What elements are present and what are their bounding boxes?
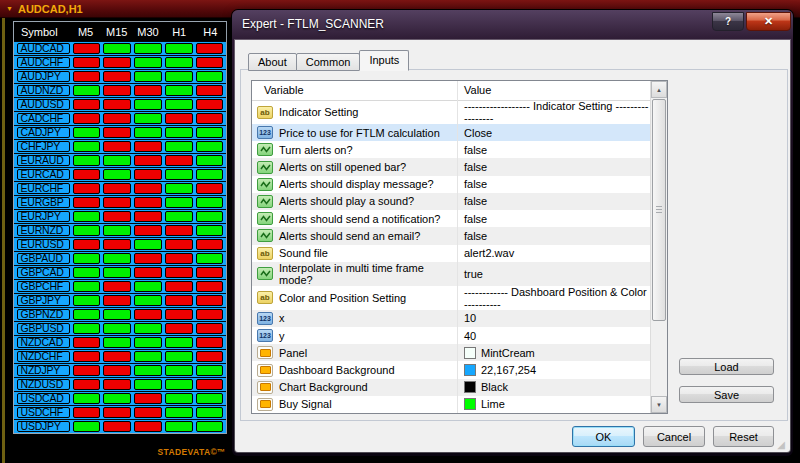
param-variable-cell: 123Price to use for FTLM calculation <box>252 124 458 141</box>
ok-button[interactable]: OK <box>572 426 635 447</box>
tab-about[interactable]: About <box>248 53 297 71</box>
param-row[interactable]: abColor and Position Setting------------… <box>252 286 650 310</box>
buy-signal-cell <box>103 337 131 348</box>
param-row[interactable]: 123Price to use for FTLM calculationClos… <box>252 124 650 141</box>
param-value-cell[interactable]: Lime <box>458 398 650 410</box>
tab-common[interactable]: Common <box>296 53 361 71</box>
sell-signal-cell <box>103 113 131 124</box>
buy-signal-cell <box>73 295 101 306</box>
color-swatch <box>464 364 476 376</box>
param-value-cell[interactable]: false <box>458 195 650 207</box>
param-row[interactable]: Buy SignalLime <box>252 396 650 413</box>
buy-signal-cell <box>73 323 101 334</box>
dashboard-row-eurnzd: EURNZD <box>14 223 226 237</box>
buy-signal-cell <box>196 127 224 138</box>
load-button[interactable]: Load <box>679 358 774 375</box>
buy-signal-cell <box>103 309 131 320</box>
color-type-icon <box>257 398 273 411</box>
param-value-cell[interactable]: ------------ Dashboard Position & Color … <box>458 286 650 310</box>
param-row[interactable]: Alerts should send a notification?false <box>252 210 650 227</box>
param-row[interactable]: Alerts should play a sound?false <box>252 193 650 210</box>
param-value-cell[interactable]: true <box>458 268 650 280</box>
param-row[interactable]: abSound filealert2.wav <box>252 245 650 262</box>
dashboard-column-symbol: Symbol <box>14 26 70 38</box>
param-value-cell[interactable]: 40 <box>458 330 650 342</box>
param-row[interactable]: Dashboard Background22,167,254 <box>252 361 650 378</box>
help-button[interactable]: ? <box>712 12 744 31</box>
param-variable-cell: Alerts should send a notification? <box>252 210 458 227</box>
param-row[interactable]: Alerts should send an email?false <box>252 227 650 244</box>
reset-button[interactable]: Reset <box>713 426 774 447</box>
param-row[interactable]: Alerts on still opened bar?false <box>252 158 650 175</box>
color-param-glyph <box>260 400 271 408</box>
buy-signal-cell <box>73 85 101 96</box>
param-value-cell[interactable]: 22,167,254 <box>458 364 650 376</box>
symbol-cell: EURGBP <box>17 197 70 208</box>
param-row[interactable]: 123y40 <box>252 327 650 344</box>
sell-signal-cell <box>165 323 193 334</box>
buy-signal-cell <box>73 253 101 264</box>
sell-signal-cell <box>103 365 131 376</box>
chart-dropdown-icon[interactable]: ▼ <box>6 5 13 12</box>
buy-signal-cell <box>134 337 162 348</box>
symbol-cell: USDCHF <box>17 407 70 418</box>
sell-signal-cell <box>103 85 131 96</box>
buy-signal-cell <box>73 155 101 166</box>
save-button[interactable]: Save <box>679 386 774 403</box>
buy-signal-cell <box>165 141 193 152</box>
param-value-cell[interactable]: ------------------ Indicator Setting ---… <box>458 100 650 124</box>
buy-signal-cell <box>165 71 193 82</box>
param-row[interactable]: Interpolate in multi time frame mode?tru… <box>252 262 650 286</box>
sell-signal-cell <box>196 267 224 278</box>
buy-signal-cell <box>196 253 224 264</box>
buy-signal-cell <box>134 295 162 306</box>
param-row[interactable]: abIndicator Setting------------------ In… <box>252 100 650 124</box>
sell-signal-cell <box>134 393 162 404</box>
param-value-cell[interactable]: false <box>458 230 650 242</box>
symbol-cell: CHFJPY <box>17 141 70 152</box>
integer-type-icon: 123 <box>257 329 273 342</box>
buy-signal-cell <box>196 365 224 376</box>
chart-title: AUDCAD,H1 <box>18 3 83 15</box>
dialog-title[interactable]: Expert - FTLM_SCANNER <box>242 17 384 31</box>
param-rows: abIndicator Setting------------------ In… <box>252 100 650 413</box>
close-icon[interactable]: ✕ <box>746 12 791 31</box>
param-variable-cell: Panel <box>252 344 458 361</box>
param-name: Color and Position Setting <box>279 292 406 304</box>
sell-signal-cell <box>73 365 101 376</box>
sell-signal-cell <box>134 141 162 152</box>
tab-inputs[interactable]: Inputs <box>359 50 409 71</box>
sell-signal-cell <box>134 211 162 222</box>
param-value-cell[interactable]: Black <box>458 381 650 393</box>
dashboard-column-h1: H1 <box>164 26 195 38</box>
param-value-cell[interactable]: false <box>458 213 650 225</box>
resize-grip[interactable]: ◢ <box>777 439 785 450</box>
sell-signal-cell <box>73 99 101 110</box>
param-row[interactable]: Turn alerts on?false <box>252 141 650 158</box>
buy-signal-cell <box>73 309 101 320</box>
param-value-cell[interactable]: Close <box>458 127 650 139</box>
param-value-cell[interactable]: alert2.wav <box>458 247 650 259</box>
param-name: Buy Signal <box>279 398 332 410</box>
param-value-cell[interactable]: false <box>458 178 650 190</box>
param-value-cell[interactable]: 10 <box>458 312 650 324</box>
param-value-cell[interactable]: MintCream <box>458 347 650 359</box>
scroll-up-icon[interactable]: ▲ <box>651 81 667 98</box>
param-row[interactable]: PanelMintCream <box>252 344 650 361</box>
sell-signal-cell <box>103 183 131 194</box>
param-value-cell[interactable]: false <box>458 144 650 156</box>
param-value: Lime <box>481 398 505 410</box>
param-row[interactable]: Chart BackgroundBlack <box>252 379 650 396</box>
cancel-button[interactable]: Cancel <box>643 426 705 447</box>
sell-signal-cell <box>196 85 224 96</box>
color-swatch <box>464 347 476 359</box>
scanner-dashboard: SymbolM5M15M30H1H4 AUDCADAUDCHFAUDJPYAUD… <box>13 21 227 434</box>
param-row[interactable]: Alerts should display message?false <box>252 176 650 193</box>
param-row[interactable]: 123x10 <box>252 310 650 327</box>
sell-signal-cell <box>103 407 131 418</box>
scrollbar-thumb[interactable] <box>652 99 666 321</box>
vertical-scrollbar[interactable]: ▲ ▼ <box>650 81 667 413</box>
scroll-down-icon[interactable]: ▼ <box>651 396 667 413</box>
symbol-cell: AUDCAD <box>17 43 70 54</box>
param-value-cell[interactable]: false <box>458 161 650 173</box>
